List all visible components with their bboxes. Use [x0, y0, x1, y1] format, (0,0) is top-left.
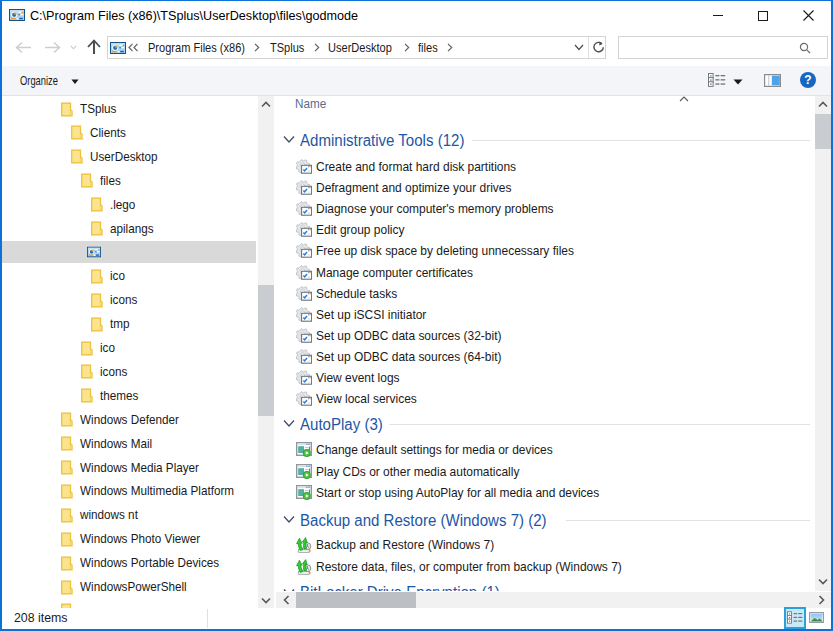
svg-text:?: ? [804, 73, 811, 87]
